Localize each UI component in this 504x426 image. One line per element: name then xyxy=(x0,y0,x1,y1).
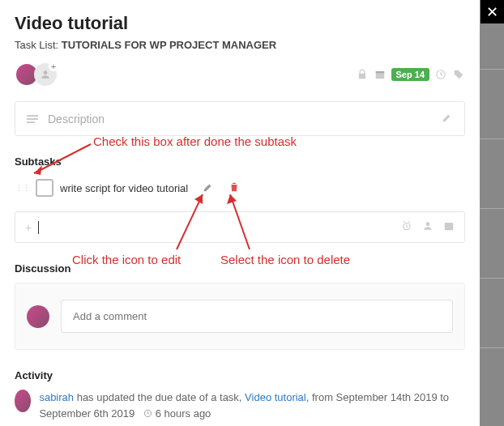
lock-icon[interactable] xyxy=(356,68,369,81)
right-sidebar xyxy=(480,0,504,426)
add-subtask-field[interactable] xyxy=(45,221,391,233)
svg-rect-6 xyxy=(445,223,454,230)
activity-user[interactable]: sabirah xyxy=(39,391,74,403)
subtasks-heading: Subtasks xyxy=(15,155,465,168)
avatar xyxy=(27,305,49,328)
task-title: Video tutorial xyxy=(15,13,465,34)
assignee-avatars xyxy=(15,62,57,87)
plus-icon: + xyxy=(25,221,32,234)
activity-item: sabirah has updated the due date of a ta… xyxy=(15,390,465,421)
comment-box xyxy=(15,283,465,350)
svg-point-0 xyxy=(44,70,48,75)
svg-rect-2 xyxy=(375,71,384,73)
due-date-badge[interactable]: Sep 14 xyxy=(391,68,429,81)
header-row: Sep 14 xyxy=(15,62,465,87)
add-subtask-input[interactable]: + xyxy=(15,211,465,243)
task-meta: Sep 14 xyxy=(356,68,465,81)
task-modal: Video tutorial Task List: TUTORIALS FOR … xyxy=(0,0,480,426)
description-field[interactable]: Description xyxy=(15,101,465,136)
avatar xyxy=(15,390,31,412)
tasklist-breadcrumb: Task List: TUTORIALS FOR WP PROJECT MANA… xyxy=(15,39,465,51)
text-cursor xyxy=(38,221,39,234)
calendar-small-icon[interactable] xyxy=(443,220,455,234)
comment-input[interactable] xyxy=(61,300,453,333)
calendar-icon[interactable] xyxy=(374,68,387,81)
description-icon xyxy=(27,115,38,123)
activity-heading: Activity xyxy=(15,369,465,381)
tasklist-name: TUTORIALS FOR WP PROJECT MANAGER xyxy=(62,39,276,51)
delete-subtask-icon[interactable] xyxy=(229,181,240,195)
activity-text: has updated the due date of a task, xyxy=(74,391,245,403)
add-assignee-button[interactable] xyxy=(34,63,57,86)
description-placeholder: Description xyxy=(48,113,105,126)
clock-icon[interactable] xyxy=(434,68,447,81)
subtask-row: ⋮⋮ write script for video tutorial xyxy=(15,176,465,200)
edit-subtask-icon[interactable] xyxy=(203,181,214,195)
drag-handle-icon[interactable]: ⋮⋮ xyxy=(15,183,29,194)
alarm-icon[interactable] xyxy=(401,220,412,234)
user-icon[interactable] xyxy=(422,220,434,234)
subtask-label: write script for video tutorial xyxy=(60,182,188,194)
activity-ago: 6 hours ago xyxy=(156,407,211,420)
subtask-checkbox[interactable] xyxy=(36,179,53,197)
close-button[interactable]: ✕ xyxy=(481,0,504,23)
svg-point-5 xyxy=(426,222,430,226)
discussion-heading: Discussion xyxy=(15,262,465,275)
pencil-icon[interactable] xyxy=(442,112,453,126)
tasklist-prefix: Task List: xyxy=(15,39,58,51)
tag-icon[interactable] xyxy=(452,68,465,81)
activity-task-link[interactable]: Video tutorial xyxy=(245,391,306,403)
